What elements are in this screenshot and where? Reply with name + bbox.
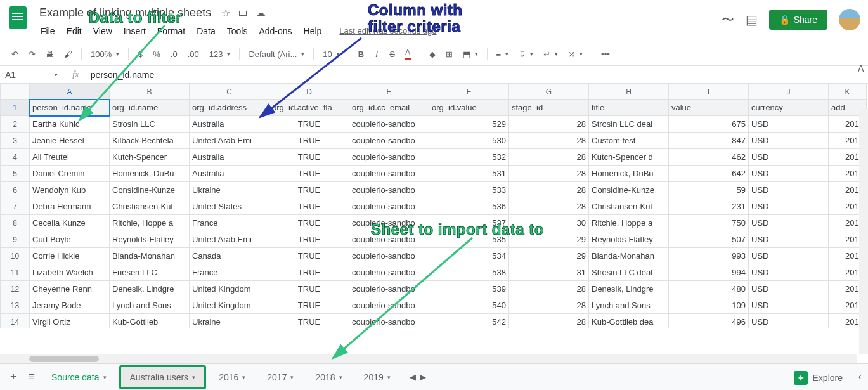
col-header[interactable]: I (669, 84, 749, 100)
row-header[interactable]: 4 (1, 149, 30, 166)
cell[interactable]: 534 (429, 248, 509, 264)
cell[interactable]: 480 (669, 281, 749, 297)
borders-button[interactable]: ⊞ (442, 47, 457, 62)
cell[interactable]: France (190, 215, 269, 231)
cell[interactable]: Cheyenne Renn (30, 281, 110, 297)
name-box[interactable]: A1▾ (0, 66, 63, 83)
cell[interactable]: Lizabeth Waelch (30, 264, 110, 281)
row-header[interactable]: 11 (1, 264, 30, 281)
rotate-button[interactable]: ⤭ (564, 47, 586, 62)
cell[interactable]: 536 (429, 198, 509, 215)
cell[interactable]: 31 (509, 264, 589, 281)
format-percent[interactable]: % (149, 47, 164, 62)
zoom-select[interactable]: 100% (87, 47, 123, 62)
formula-input[interactable]: person_id.name (88, 70, 868, 80)
cell[interactable]: 109 (669, 297, 749, 314)
cell[interactable]: TRUE (269, 182, 349, 198)
cell[interactable]: Reynolds-Flatley (110, 231, 190, 248)
halign-button[interactable]: ≡ (493, 47, 513, 62)
row-header[interactable]: 12 (1, 281, 30, 297)
col-header[interactable]: B (110, 84, 190, 100)
cell[interactable]: USD (749, 314, 829, 328)
cell[interactable]: Homenick, DuBu (589, 166, 669, 182)
valign-button[interactable]: ↧ (515, 47, 537, 62)
cell[interactable]: Custom test (589, 133, 669, 149)
menu-data[interactable]: Data (191, 23, 221, 39)
cell[interactable]: USD (749, 133, 829, 149)
cell[interactable]: 28 (509, 182, 589, 198)
cell[interactable]: Australia (190, 149, 269, 166)
cell[interactable]: 530 (429, 133, 509, 149)
cell[interactable]: United Arab Emi (190, 133, 269, 149)
cell[interactable]: couplerio-sandbo (349, 264, 429, 281)
cell[interactable]: couplerio-sandbo (349, 116, 429, 133)
col-header[interactable]: G (509, 84, 589, 100)
row-header[interactable]: 2 (1, 116, 30, 133)
cell[interactable]: Virgil Ortiz (30, 314, 110, 328)
cell[interactable]: Curt Boyle (30, 231, 110, 248)
cell[interactable]: Blanda-Monahan (110, 248, 190, 264)
cell[interactable]: United Kingdom (190, 297, 269, 314)
avatar[interactable] (839, 9, 860, 30)
cell[interactable]: Friesen LLC (110, 264, 190, 281)
cell[interactable]: TRUE (269, 264, 349, 281)
italic-button[interactable]: I (370, 47, 383, 62)
cell[interactable]: Lynch and Sons (110, 297, 190, 314)
row-header[interactable]: 8 (1, 215, 30, 231)
col-header[interactable]: F (429, 84, 509, 100)
cell[interactable]: TRUE (269, 248, 349, 264)
cell[interactable]: Christiansen-Kul (110, 198, 190, 215)
cell[interactable]: org_id.address (190, 100, 269, 116)
cell[interactable]: USD (749, 281, 829, 297)
cell[interactable]: Kilback-Bechtela (110, 133, 190, 149)
cell[interactable]: Strosin LLC (110, 116, 190, 133)
cell[interactable]: USD (749, 149, 829, 166)
cell[interactable]: 29 (509, 248, 589, 264)
undo-button[interactable]: ↶ (8, 47, 22, 62)
cell[interactable]: person_id.name (30, 100, 110, 116)
row-header[interactable]: 3 (1, 133, 30, 149)
sheets-logo[interactable] (5, 5, 30, 30)
explore-button[interactable]: ✦ Explore (794, 371, 843, 385)
sheet-tab-2016[interactable]: 2016▾ (210, 367, 254, 387)
cell[interactable]: 542 (429, 314, 509, 328)
cell[interactable]: 675 (669, 116, 749, 133)
cell[interactable]: Ukraine (190, 314, 269, 328)
cell[interactable]: 28 (509, 149, 589, 166)
col-header[interactable]: K (829, 84, 867, 100)
cell[interactable]: org_id.cc_email (349, 100, 429, 116)
row-header[interactable]: 14 (1, 314, 30, 328)
activity-icon[interactable]: 〜 (722, 11, 734, 29)
cell[interactable]: Jeramy Bode (30, 297, 110, 314)
cell[interactable]: Wendolyn Kub (30, 182, 110, 198)
cell[interactable]: Considine-Kunze (589, 182, 669, 198)
more-formats[interactable]: 123 (205, 47, 235, 62)
text-color-button[interactable]: A (401, 45, 415, 63)
menu-format[interactable]: Format (152, 23, 190, 39)
cell[interactable]: 28 (509, 133, 589, 149)
cell[interactable]: United Kingdom (190, 281, 269, 297)
cell[interactable]: 532 (429, 149, 509, 166)
cell[interactable]: 28 (509, 314, 589, 328)
cell[interactable]: Ritchie, Hoppe a (110, 215, 190, 231)
vertical-scrollbar[interactable] (859, 109, 868, 354)
fontsize-select[interactable]: 10 (319, 47, 343, 62)
cell[interactable]: Kutch-Spencer (110, 149, 190, 166)
print-button[interactable]: 🖶 (42, 47, 58, 62)
star-icon[interactable]: ☆ (221, 7, 230, 19)
cell[interactable]: TRUE (269, 133, 349, 149)
row-header[interactable]: 7 (1, 198, 30, 215)
merge-button[interactable]: ⬒ (459, 47, 482, 62)
redo-button[interactable]: ↷ (25, 47, 39, 62)
doc-title[interactable]: Example of linking multiple sheets (36, 5, 215, 21)
menu-addons[interactable]: Add-ons (254, 23, 297, 39)
more-toolbar[interactable]: ••• (597, 47, 614, 62)
cell[interactable]: Ali Treutel (30, 149, 110, 166)
col-header[interactable]: A (30, 84, 110, 100)
all-sheets-button[interactable]: ≡ (25, 367, 39, 387)
cell[interactable]: TRUE (269, 281, 349, 297)
row-header[interactable]: 9 (1, 231, 30, 248)
cell[interactable]: USD (749, 297, 829, 314)
cell[interactable]: couplerio-sandbo (349, 297, 429, 314)
cell[interactable]: 28 (509, 166, 589, 182)
